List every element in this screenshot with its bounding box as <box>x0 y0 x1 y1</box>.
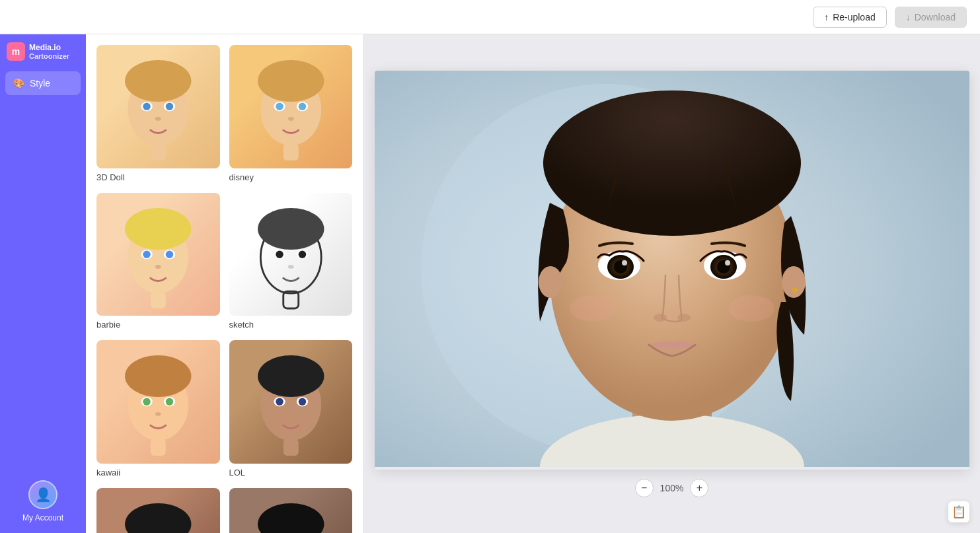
app-subtitle: Cartoonizer <box>29 52 69 60</box>
svg-point-57 <box>258 503 324 533</box>
zoom-bar: − 100% + <box>635 479 709 497</box>
style-img-style7 <box>96 488 220 534</box>
preview-image-container <box>375 71 969 470</box>
svg-point-84 <box>677 314 691 322</box>
svg-point-74 <box>539 266 562 298</box>
zoom-in-button[interactable]: + <box>690 479 708 497</box>
preview-image <box>375 71 969 467</box>
svg-point-46 <box>287 412 293 416</box>
style-img-barbie <box>96 193 220 316</box>
sidebar-bottom: 👤 My Account <box>22 480 63 533</box>
palette-icon: 🎨 <box>13 78 24 89</box>
svg-point-33 <box>125 355 191 397</box>
svg-point-45 <box>298 398 305 406</box>
svg-rect-23 <box>151 291 166 308</box>
app-header: ↑ Re-upload ↓ Download <box>0 0 980 34</box>
svg-point-41 <box>258 355 324 397</box>
download-icon: ↓ <box>906 12 911 22</box>
svg-point-38 <box>155 412 161 416</box>
account-label: My Account <box>22 513 63 522</box>
svg-point-82 <box>725 260 730 266</box>
style-label-3d-doll: 3D Doll <box>95 170 221 185</box>
style-grid: 3D Doll disney <box>95 44 354 533</box>
svg-point-78 <box>622 260 627 266</box>
style-label-sketch: sketch <box>228 317 354 332</box>
svg-point-9 <box>258 60 324 102</box>
svg-point-13 <box>298 103 305 110</box>
svg-point-73 <box>792 287 798 293</box>
style-card-disney[interactable] <box>228 44 354 170</box>
app-name: Media.io <box>29 43 69 52</box>
sidebar-item-style-label: Style <box>30 78 50 89</box>
style-panel: 3D Doll disney <box>86 34 363 533</box>
app-logo: m Media.io Cartoonizer <box>0 42 86 71</box>
svg-rect-7 <box>151 143 166 160</box>
svg-point-21 <box>166 250 173 258</box>
svg-point-11 <box>276 103 283 110</box>
svg-point-43 <box>276 398 283 406</box>
svg-point-49 <box>125 503 191 533</box>
style-img-sketch <box>229 193 353 316</box>
style-label-barbie: barbie <box>95 317 221 332</box>
svg-point-37 <box>166 398 173 406</box>
style-label-kawaii: kawaii <box>95 465 221 480</box>
style-img-disney <box>229 45 353 168</box>
svg-point-25 <box>258 207 324 249</box>
style-card-3d-doll[interactable] <box>95 44 221 170</box>
svg-point-1 <box>125 60 191 102</box>
download-button[interactable]: ↓ Download <box>895 7 967 28</box>
download-label: Download <box>915 12 956 22</box>
reupload-button[interactable]: ↑ Re-upload <box>813 7 887 28</box>
zoom-out-button[interactable]: − <box>635 479 654 497</box>
style-img-kawaii <box>96 340 220 464</box>
style-img-style8 <box>229 488 353 534</box>
svg-point-86 <box>728 295 774 322</box>
svg-point-17 <box>125 207 191 249</box>
sidebar-nav: m Media.io Cartoonizer 🎨 Style 👤 My Acco… <box>0 34 86 533</box>
logo-icon: m <box>7 42 25 61</box>
svg-rect-47 <box>283 439 298 456</box>
svg-point-29 <box>298 250 305 258</box>
svg-point-5 <box>166 103 173 110</box>
svg-point-72 <box>782 266 806 298</box>
style-label-lol: LOL <box>228 465 354 480</box>
svg-rect-39 <box>151 439 166 456</box>
style-card-style7[interactable] <box>95 487 221 534</box>
svg-point-3 <box>143 103 150 110</box>
avatar[interactable]: 👤 <box>28 480 57 509</box>
svg-point-14 <box>287 117 293 121</box>
reupload-label: Re-upload <box>833 12 876 22</box>
svg-point-19 <box>143 250 150 258</box>
svg-rect-15 <box>283 143 298 160</box>
style-card-style8[interactable] <box>228 487 354 534</box>
style-card-lol[interactable] <box>228 339 354 465</box>
main-layout: m Media.io Cartoonizer 🎨 Style 👤 My Acco… <box>0 34 980 533</box>
style-img-lol <box>229 340 353 464</box>
style-card-sketch[interactable] <box>228 192 354 318</box>
svg-point-22 <box>155 265 161 269</box>
svg-point-27 <box>276 250 283 258</box>
sidebar-item-style[interactable]: 🎨 Style <box>5 71 81 95</box>
style-card-barbie[interactable] <box>95 192 221 318</box>
svg-point-30 <box>287 265 293 269</box>
upload-icon: ↑ <box>824 12 829 22</box>
svg-point-35 <box>143 398 150 406</box>
style-img-3d-doll <box>96 45 220 168</box>
preview-area: − 100% + 📋 <box>363 34 980 533</box>
svg-point-71 <box>543 90 801 236</box>
style-card-kawaii[interactable] <box>95 339 221 465</box>
style-label-disney: disney <box>228 170 354 185</box>
zoom-level: 100% <box>660 483 684 493</box>
note-icon[interactable]: 📋 <box>948 501 969 522</box>
svg-point-6 <box>155 117 161 121</box>
svg-point-83 <box>654 314 667 322</box>
svg-point-85 <box>570 295 616 322</box>
